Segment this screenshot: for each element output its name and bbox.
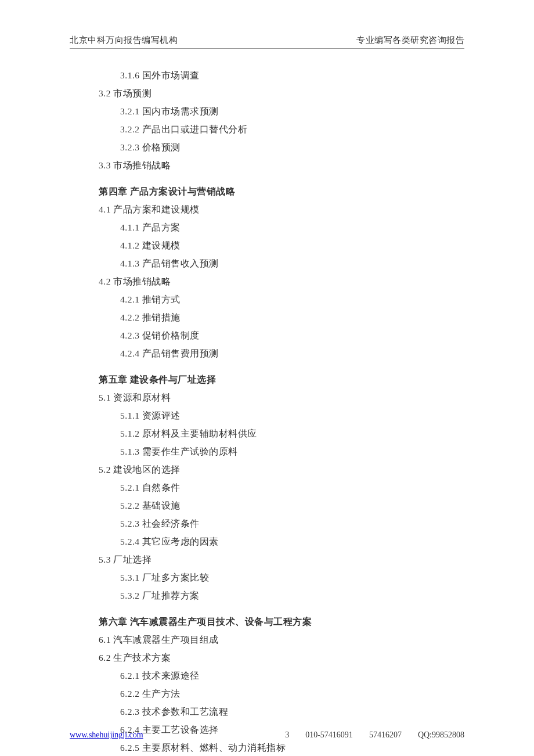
toc-item: 5.1.1 资源评述 (70, 406, 464, 424)
toc-item: 3.2.2 产品出口或进口替代分析 (70, 120, 464, 138)
toc-item: 4.2.3 促销价格制度 (70, 326, 464, 344)
toc-item: 5.2.3 社会经济条件 (70, 514, 464, 532)
toc-item: 5.3.2 厂址推荐方案 (70, 586, 464, 604)
footer-qq: QQ:99852808 (418, 730, 464, 740)
toc-item: 4.2.2 推销措施 (70, 308, 464, 326)
toc-item: 3.3 市场推销战略 (70, 156, 464, 174)
toc-item: 6.2.3 技术参数和工艺流程 (70, 703, 464, 721)
toc-item: 5.1 资源和原材料 (70, 388, 464, 406)
page-footer: www.shehuijingji.com 3 010-57416091 5741… (70, 730, 464, 740)
footer-right-group: 3 010-57416091 57416207 QQ:99852808 (285, 730, 464, 740)
toc-item: 3.2.3 价格预测 (70, 138, 464, 156)
toc-item: 4.2.1 推销方式 (70, 290, 464, 308)
toc-item: 5.3 厂址选择 (70, 550, 464, 568)
footer-phone: 57416207 (369, 730, 402, 740)
toc-item: 6.2.2 生产方法 (70, 685, 464, 703)
toc-item: 4.1.1 产品方案 (70, 218, 464, 236)
toc-item: 5.2.1 自然条件 (70, 478, 464, 496)
header-left: 北京中科万向报告编写机构 (70, 35, 178, 46)
toc-item: 4.1 产品方案和建设规模 (70, 200, 464, 218)
toc-item: 3.1.6 国外市场调查 (70, 66, 464, 84)
toc-item: 3.2 市场预测 (70, 84, 464, 102)
toc-chapter: 第五章 建设条件与厂址选择 (70, 370, 464, 388)
toc-chapter: 第六章 汽车减震器生产项目技术、设备与工程方案 (70, 613, 464, 631)
footer-website-link[interactable]: www.shehuijingji.com (70, 730, 143, 740)
toc-item: 4.1.3 产品销售收入预测 (70, 254, 464, 272)
footer-phone: 010-57416091 (305, 730, 353, 740)
toc-item: 5.2 建设地区的选择 (70, 460, 464, 478)
toc-chapter: 第四章 产品方案设计与营销战略 (70, 182, 464, 200)
toc-content: 3.1.6 国外市场调查 3.2 市场预测 3.2.1 国内市场需求预测 3.2… (70, 49, 464, 756)
toc-item: 6.1 汽车减震器生产项目组成 (70, 631, 464, 649)
toc-item: 5.3.1 厂址多方案比较 (70, 568, 464, 586)
toc-item: 6.2 生产技术方案 (70, 649, 464, 667)
toc-item: 6.2.5 主要原材料、燃料、动力消耗指标 (70, 739, 464, 756)
header-right: 专业编写各类研究咨询报告 (356, 35, 464, 46)
toc-item: 4.2 市场推销战略 (70, 272, 464, 290)
toc-item: 5.2.2 基础设施 (70, 496, 464, 514)
toc-item: 4.1.2 建设规模 (70, 236, 464, 254)
page-number: 3 (285, 730, 289, 740)
toc-item: 5.1.3 需要作生产试验的原料 (70, 442, 464, 460)
toc-item: 5.2.4 其它应考虑的因素 (70, 532, 464, 550)
toc-item: 3.2.1 国内市场需求预测 (70, 102, 464, 120)
toc-item: 4.2.4 产品销售费用预测 (70, 344, 464, 362)
page-header: 北京中科万向报告编写机构 专业编写各类研究咨询报告 (70, 35, 464, 49)
toc-item: 6.2.1 技术来源途径 (70, 667, 464, 685)
toc-item: 5.1.2 原材料及主要辅助材料供应 (70, 424, 464, 442)
